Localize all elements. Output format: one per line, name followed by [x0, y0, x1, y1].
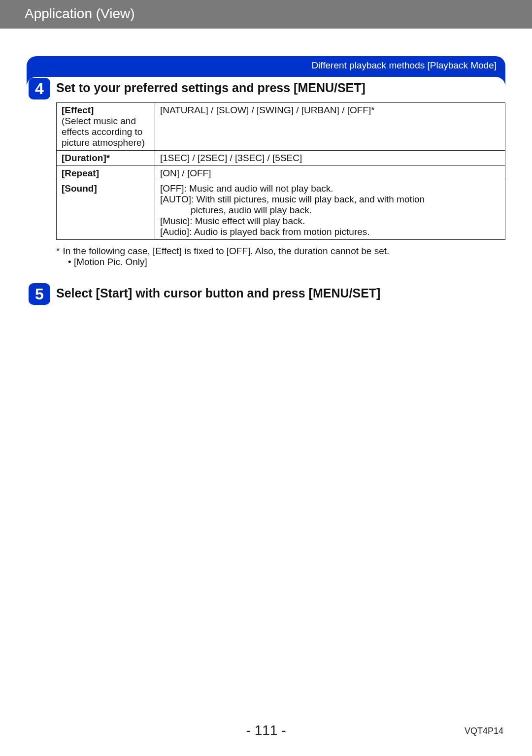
note-line1: In the following case, [Effect] is fixed… [63, 246, 389, 257]
page-footer: - 111 - [0, 723, 532, 738]
sound-line-0: [OFF]: Music and audio will not play bac… [160, 183, 333, 194]
note-bullet: • [Motion Pic. Only] [56, 257, 505, 267]
app-header: Application (View) [0, 0, 532, 29]
step-5-number: 5 [35, 285, 44, 303]
table-row: [Sound] [OFF]: Music and audio will not … [57, 181, 505, 240]
settings-table: [Effect] (Select music and effects accor… [56, 102, 505, 240]
row-label-effect: [Effect] (Select music and effects accor… [57, 103, 155, 151]
header-title: Application (View) [25, 6, 135, 21]
step-5-title: Select [Start] with cursor button and pr… [56, 283, 380, 300]
row-value-sound: [OFF]: Music and audio will not play bac… [155, 181, 505, 240]
note-block: * In the following case, [Effect] is fix… [56, 246, 505, 267]
step-4-number: 4 [35, 80, 44, 98]
row-label-sound: [Sound] [57, 181, 155, 240]
row-value-duration: [1SEC] / [2SEC] / [3SEC] / [5SEC] [155, 151, 505, 166]
row-label-repeat: [Repeat] [57, 166, 155, 181]
table-row: [Repeat] [ON] / [OFF] [57, 166, 505, 181]
sound-line-2: pictures, audio will play back. [160, 205, 500, 216]
label-bold: [Duration]* [62, 153, 110, 163]
sound-line-1: [AUTO]: With still pictures, music will … [160, 194, 425, 204]
step-5-header: 5 Select [Start] with cursor button and … [29, 283, 505, 305]
step-4-title: Set to your preferred settings and press… [56, 78, 366, 95]
table-row: [Effect] (Select music and effects accor… [57, 103, 505, 151]
label-desc: (Select music and effects according to p… [62, 116, 145, 148]
note-star-row: * In the following case, [Effect] is fix… [56, 246, 505, 257]
sound-line-4: [Audio]: Audio is played back from motio… [160, 227, 370, 237]
step-5-block: 5 Select [Start] with cursor button and … [27, 283, 505, 305]
step-4-block: 4 Set to your preferred settings and pre… [27, 78, 505, 267]
label-bold: [Effect] [62, 105, 94, 115]
row-value-effect: [NATURAL] / [SLOW] / [SWING] / [URBAN] /… [155, 103, 505, 151]
row-label-duration: [Duration]* [57, 151, 155, 166]
row-value-repeat: [ON] / [OFF] [155, 166, 505, 181]
note-star: * [56, 246, 60, 257]
banner-text: Different playback methods [Playback Mod… [311, 60, 497, 70]
step-number-badge: 4 [29, 78, 50, 99]
step-number-badge: 5 [29, 283, 50, 305]
content-area: Different playback methods [Playback Mod… [0, 29, 532, 305]
table-row: [Duration]* [1SEC] / [2SEC] / [3SEC] / [… [57, 151, 505, 166]
sound-line-3: [Music]: Music effect will play back. [160, 216, 305, 226]
step-4-header: 4 Set to your preferred settings and pre… [29, 78, 505, 99]
label-bold: [Repeat] [62, 168, 99, 178]
page-number: - 111 - [246, 723, 286, 738]
label-bold: [Sound] [62, 183, 97, 194]
doc-code: VQT4P14 [465, 726, 503, 736]
